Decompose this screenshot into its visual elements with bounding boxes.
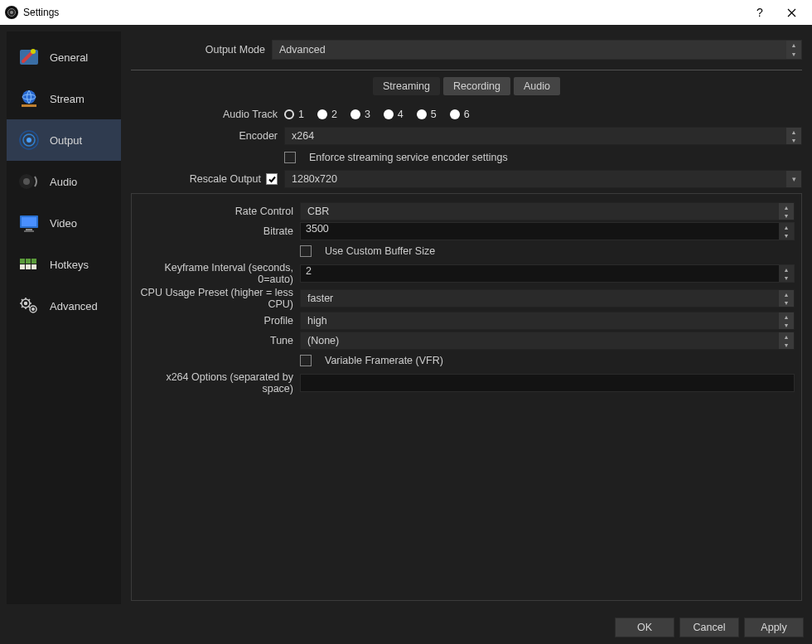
rescale-select[interactable]: 1280x720 ▾ [284,170,802,188]
cpu-preset-label: CPU Usage Preset (higher = less CPU) [138,287,300,310]
radio-icon [417,109,427,119]
content-pane: Output Mode Advanced ▲▼ Streaming Record… [128,31,805,604]
window-title: Settings [23,7,744,18]
vfr-checkbox[interactable] [300,355,312,366]
broadcast-icon [15,128,43,153]
custom-buffer-checkbox[interactable] [300,245,312,257]
profile-label: Profile [138,315,300,327]
ok-button[interactable]: OK [615,617,674,637]
sidebar-item-general[interactable]: General [7,36,121,78]
spinner-arrows-icon: ▲▼ [779,312,794,329]
tune-row: Tune (None) ▲▼ [138,332,795,350]
radio-icon [317,109,327,119]
svg-rect-19 [20,264,25,269]
sidebar-item-stream[interactable]: Stream [7,78,121,119]
spinner-arrows-icon: ▲▼ [779,223,794,240]
audio-track-radios: 1 2 3 4 5 6 [284,109,802,120]
audio-track-6[interactable]: 6 [450,109,470,120]
radio-icon [284,109,294,119]
main-area: General Stream Output Audio [0,25,812,611]
x264opts-label: x264 Options (separated by space) [138,371,300,395]
tab-audio[interactable]: Audio [514,77,560,95]
audio-track-3[interactable]: 3 [350,109,370,120]
profile-select[interactable]: high ▲▼ [300,312,795,330]
spinner-arrows-icon: ▲▼ [779,290,794,307]
bitrate-input[interactable]: 3500 ▲▼ [300,222,795,240]
rescale-row: Rescale Output 1280x720 ▾ [131,170,802,188]
sidebar-item-video[interactable]: Video [7,202,121,244]
svg-point-25 [32,308,34,310]
tune-value: (None) [307,335,339,346]
spinner-arrows-icon: ▲▼ [786,128,801,144]
wrench-icon [15,45,43,70]
svg-rect-16 [20,259,25,264]
sidebar-item-advanced[interactable]: Advanced [7,285,121,327]
svg-rect-20 [26,264,31,269]
cpu-preset-select[interactable]: faster ▲▼ [300,289,795,307]
svg-point-11 [23,178,30,185]
spinner-arrows-icon: ▲▼ [779,203,794,220]
close-button[interactable] [776,0,807,25]
encoder-value: x264 [292,130,314,142]
bitrate-value: 3500 [306,223,329,235]
sidebar-item-hotkeys[interactable]: Hotkeys [7,244,121,285]
chevron-down-icon: ▾ [786,171,801,187]
sidebar-item-label: Advanced [50,300,98,312]
radio-icon [450,109,460,119]
output-tabs: Streaming Recording Audio [128,77,805,95]
rate-control-row: Rate Control CBR ▲▼ [138,202,795,220]
spinner-arrows-icon: ▲▼ [779,332,794,349]
encoder-select[interactable]: x264 ▲▼ [284,127,802,145]
svg-point-7 [27,138,31,143]
cancel-button[interactable]: Cancel [679,617,739,637]
svg-rect-18 [31,259,36,264]
vfr-row: Variable Framerate (VFR) [138,351,795,370]
titlebar: Settings ? [0,0,812,25]
enforce-label: Enforce streaming service encoder settin… [309,152,508,163]
audio-track-5[interactable]: 5 [417,109,437,120]
divider [131,70,802,70]
settings-window: Settings ? General Stream [0,0,812,644]
svg-point-3 [31,49,36,54]
audio-track-label: Audio Track [131,109,284,120]
sidebar-item-label: Stream [50,93,85,105]
spinner-arrows-icon: ▲▼ [786,41,801,59]
spinner-arrows-icon: ▲▼ [779,265,794,282]
svg-rect-17 [26,259,31,264]
sidebar-item-label: Hotkeys [50,259,89,271]
rescale-checkbox[interactable] [266,173,278,185]
tune-label: Tune [138,335,300,346]
apply-button[interactable]: Apply [744,617,804,637]
bitrate-label: Bitrate [138,225,300,237]
audio-track-row: Audio Track 1 2 3 4 5 6 [131,105,802,123]
svg-rect-21 [31,264,36,269]
tune-select[interactable]: (None) ▲▼ [300,332,795,350]
sidebar-item-output[interactable]: Output [7,119,121,161]
keyframe-label: Keyframe Interval (seconds, 0=auto) [138,262,300,285]
output-mode-select[interactable]: Advanced ▲▼ [272,40,802,60]
tab-recording[interactable]: Recording [443,77,510,95]
x264opts-input[interactable] [300,374,795,392]
sidebar-item-label: Video [50,217,77,230]
help-button[interactable]: ? [744,0,776,25]
keyframe-row: Keyframe Interval (seconds, 0=auto) 2 ▲▼ [138,262,795,285]
monitor-icon [15,211,43,235]
audio-track-1[interactable]: 1 [284,109,304,120]
profile-row: Profile high ▲▼ [138,312,795,330]
output-mode-label: Output Mode [131,44,272,56]
svg-rect-14 [26,229,32,230]
sidebar-item-audio[interactable]: Audio [7,161,121,202]
svg-rect-13 [22,217,36,226]
enforce-checkbox[interactable] [284,152,296,163]
rate-control-select[interactable]: CBR ▲▼ [300,202,795,220]
keyframe-value: 2 [306,265,312,277]
dialog-footer: OK Cancel Apply [0,611,812,644]
audio-track-4[interactable]: 4 [384,109,404,120]
svg-rect-6 [22,104,36,107]
audio-track-2[interactable]: 2 [317,109,337,120]
tab-streaming[interactable]: Streaming [373,77,440,95]
encoder-label: Encoder [131,130,284,142]
cpu-preset-row: CPU Usage Preset (higher = less CPU) fas… [138,287,795,310]
rescale-label: Rescale Output [190,173,261,185]
keyframe-input[interactable]: 2 ▲▼ [300,264,795,283]
